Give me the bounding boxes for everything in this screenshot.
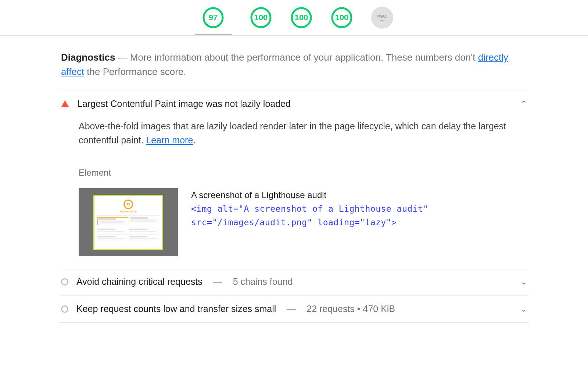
audit-header[interactable]: Keep request counts low and transfer siz…: [61, 304, 527, 314]
element-info: A screenshot of a Lighthouse audit <img …: [191, 188, 527, 229]
gauge-performance[interactable]: 97: [195, 7, 232, 35]
element-thumbnail: 73 Performance: [79, 188, 178, 256]
audit-description: Above-the-fold images that are lazily lo…: [79, 119, 527, 147]
audit-header[interactable]: Largest Contentful Paint image was not l…: [61, 98, 527, 109]
audit-title: Avoid chaining critical requests: [76, 276, 202, 287]
gauge-value: 100: [331, 7, 353, 29]
diagnostics-title: Diagnostics: [61, 52, 115, 63]
diagnostics-desc-pre: — More information about the performance…: [115, 52, 478, 63]
chevron-down-icon: ⌄: [520, 304, 527, 314]
element-caption: A screenshot of a Lighthouse audit: [191, 188, 527, 202]
element-row: 73 Performance: [79, 188, 527, 256]
gauge-best-practices[interactable]: 100: [290, 7, 312, 29]
audit-header[interactable]: Avoid chaining critical requests — 5 cha…: [61, 276, 527, 287]
audit-title: Keep request counts low and transfer siz…: [76, 304, 276, 314]
audit-item: Keep request counts low and transfer siz…: [59, 295, 529, 323]
audit-body: Above-the-fold images that are lazily lo…: [61, 109, 527, 260]
chevron-down-icon: ⌄: [520, 277, 527, 287]
audit-item: Largest Contentful Paint image was not l…: [59, 90, 529, 268]
gauge-pwa[interactable]: PWA: [371, 7, 393, 29]
score-header: 97 100 100 100 PWA: [0, 0, 588, 36]
element-label: Element: [79, 168, 527, 178]
diagnostics-intro: Diagnostics — More information about the…: [59, 50, 529, 90]
chevron-up-icon: ⌃: [520, 99, 527, 109]
circle-neutral-icon: [61, 305, 68, 313]
gauge-seo[interactable]: 100: [331, 7, 353, 29]
gauge-value: 100: [250, 7, 272, 29]
gauge-accessibility[interactable]: 100: [250, 7, 272, 29]
audit-detail: 5 chains found: [233, 276, 293, 287]
pwa-bar-icon: [380, 20, 385, 21]
pwa-label: PWA: [377, 14, 387, 19]
gauge-value: 97: [202, 7, 224, 29]
triangle-fail-icon: [61, 100, 69, 107]
diagnostics-desc-post: the Performance score.: [84, 66, 186, 77]
element-code-snippet: <img alt="A screenshot of a Lighthouse a…: [191, 202, 527, 229]
learn-more-link[interactable]: Learn more: [146, 135, 193, 145]
audit-title: Largest Contentful Paint image was not l…: [77, 98, 291, 109]
gauge-value: 100: [290, 7, 312, 29]
audit-detail: 22 requests • 470 KiB: [306, 304, 395, 314]
audit-item: Avoid chaining critical requests — 5 cha…: [59, 268, 529, 295]
circle-neutral-icon: [61, 278, 68, 286]
